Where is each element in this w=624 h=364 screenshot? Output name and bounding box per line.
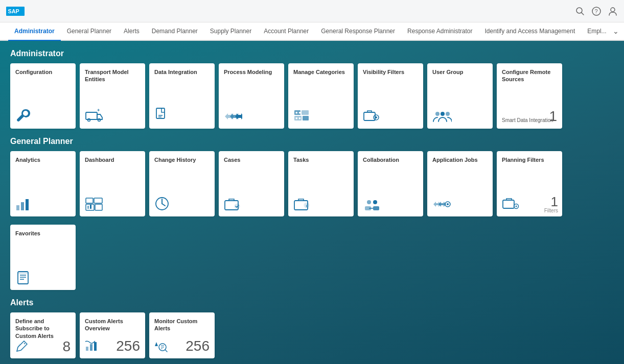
administrator-tiles: Configuration Transport Model Entities xyxy=(10,63,614,129)
nav-bar: Administrator General Planner Alerts Dem… xyxy=(0,22,624,41)
svg-point-23 xyxy=(375,116,377,118)
svg-point-9 xyxy=(88,119,90,122)
grid-icon: ■ ■ ■ ■ xyxy=(293,107,349,124)
tile-favorites[interactable]: Favorites xyxy=(10,225,76,290)
clock-icon xyxy=(154,196,210,211)
svg-point-45 xyxy=(373,200,377,204)
svg-rect-51 xyxy=(503,200,514,208)
alerts-tiles: Define and Subscribe to Custom Alerts 8 … xyxy=(10,312,614,358)
tile-process-modeling-title: Process Modeling xyxy=(224,68,279,76)
svg-point-53 xyxy=(516,206,517,207)
tile-user-group-title: User Group xyxy=(432,68,488,76)
general-planner-tiles: Analytics Dashboard xyxy=(10,151,614,216)
svg-point-44 xyxy=(367,200,371,204)
wrench-icon xyxy=(15,107,71,124)
tile-monitor-custom-alerts-title: Monitor Custom Alerts xyxy=(154,318,210,332)
nav-item-identity[interactable]: Identify and Access Management xyxy=(478,22,581,41)
svg-text:■ ■: ■ ■ xyxy=(295,111,301,114)
planning-filters-count: 1 xyxy=(551,195,558,208)
nav-item-empl[interactable]: Empl... xyxy=(581,22,612,41)
nav-item-alerts[interactable]: Alerts xyxy=(118,22,146,41)
tile-define-subscribe[interactable]: Define and Subscribe to Custom Alerts 8 xyxy=(10,312,76,358)
tile-custom-alerts-overview-title: Custom Alerts Overview xyxy=(85,318,140,332)
tile-manage-categories[interactable]: Manage Categories ■ ■ ■ ■ xyxy=(288,63,354,129)
svg-text:i: i xyxy=(306,204,307,208)
svg-rect-35 xyxy=(90,205,91,209)
general-planner-row2-tiles: Favorites xyxy=(10,225,614,290)
tile-tasks[interactable]: Tasks i xyxy=(288,151,354,216)
tile-visibility-filters-title: Visibility Filters xyxy=(363,68,418,76)
tile-change-history[interactable]: Change History xyxy=(149,151,215,216)
svg-rect-61 xyxy=(94,342,97,351)
svg-rect-28 xyxy=(21,202,24,210)
file-icon xyxy=(154,107,210,124)
svg-line-3 xyxy=(582,12,584,15)
tile-transport-title: Transport Model Entities xyxy=(85,68,140,83)
top-bar-left: SAP xyxy=(6,7,25,16)
collab-icon xyxy=(363,197,418,211)
user-icon[interactable] xyxy=(608,6,618,16)
svg-point-10 xyxy=(98,119,101,122)
tile-application-jobs[interactable]: Application Jobs xyxy=(427,151,493,216)
nav-item-supply-planner[interactable]: Supply Planner xyxy=(204,22,258,41)
svg-point-24 xyxy=(435,112,440,116)
tile-process-modeling[interactable]: Process Modeling xyxy=(219,63,284,129)
tile-planning-filters-title: Planning Filters xyxy=(502,156,557,163)
tile-collaboration[interactable]: Collaboration xyxy=(358,151,423,216)
nav-item-demand-planner[interactable]: Demand Planner xyxy=(146,22,204,41)
tile-configure-remote-count: 1 xyxy=(549,108,557,125)
svg-text:■ ■: ■ ■ xyxy=(295,116,301,120)
tile-analytics[interactable]: Analytics xyxy=(10,151,76,216)
svg-rect-59 xyxy=(86,347,88,351)
tile-custom-alerts-overview[interactable]: Custom Alerts Overview 256 xyxy=(80,312,145,358)
tile-configuration[interactable]: Configuration xyxy=(10,63,76,129)
tile-transport-model[interactable]: Transport Model Entities + xyxy=(80,63,145,129)
tile-user-group[interactable]: User Group xyxy=(427,63,493,129)
tile-planning-filters[interactable]: Planning Filters 1 Filters xyxy=(497,151,562,216)
nav-item-general-response-planner[interactable]: General Response Planner xyxy=(315,22,401,41)
tile-data-integration[interactable]: Data Integration xyxy=(149,63,215,129)
tile-monitor-custom-alerts[interactable]: Monitor Custom Alerts 256 xyxy=(149,312,215,358)
tile-monitor-custom-alerts-bottom: 256 xyxy=(154,339,210,353)
tile-analytics-title: Analytics xyxy=(15,156,71,163)
search-icon[interactable] xyxy=(575,6,585,16)
svg-rect-27 xyxy=(16,205,19,210)
tile-cases[interactable]: Cases xyxy=(219,151,284,216)
alert-search-icon xyxy=(154,340,168,352)
svg-text:+: + xyxy=(97,108,100,113)
alerts-title: Alerts xyxy=(10,298,614,307)
tile-favorites-title: Favorites xyxy=(15,230,71,237)
top-bar: SAP ? xyxy=(0,0,624,22)
alert-chart-icon xyxy=(85,341,98,352)
favorites-icon xyxy=(15,270,71,285)
nav-item-account-planner[interactable]: Account Planner xyxy=(258,22,315,41)
truck-icon: + xyxy=(85,107,140,124)
svg-point-7 xyxy=(18,119,20,121)
arrows-icon xyxy=(224,109,279,124)
administrator-section: Administrator Configuration Transport Mo… xyxy=(10,49,614,129)
tile-dashboard[interactable]: Dashboard xyxy=(80,151,145,216)
svg-line-63 xyxy=(165,350,167,352)
svg-rect-8 xyxy=(86,112,97,119)
svg-rect-30 xyxy=(86,198,93,203)
svg-rect-18 xyxy=(303,116,309,120)
tile-cases-title: Cases xyxy=(224,156,279,163)
tile-configure-remote[interactable]: Configure Remote Sources Smart Data Inte… xyxy=(497,63,562,129)
bar-chart-icon xyxy=(15,197,71,211)
tile-configure-remote-title: Configure Remote Sources xyxy=(502,68,557,83)
tile-monitor-custom-alerts-count: 256 xyxy=(186,339,210,353)
briefcase-check-icon xyxy=(224,196,279,211)
tile-dashboard-title: Dashboard xyxy=(85,156,140,163)
nav-more-icon[interactable]: ⌄ xyxy=(613,27,619,35)
nav-item-administrator[interactable]: Administrator xyxy=(8,22,61,41)
svg-text:?: ? xyxy=(595,8,598,14)
tile-visibility-filters[interactable]: Visibility Filters xyxy=(358,63,423,129)
help-icon[interactable]: ? xyxy=(591,6,602,16)
nav-item-general-planner[interactable]: General Planner xyxy=(61,22,118,41)
svg-rect-47 xyxy=(373,206,379,210)
planning-filters-label: Filters xyxy=(544,208,558,213)
sap-logo-icon: SAP xyxy=(6,7,25,16)
svg-rect-58 xyxy=(18,272,28,274)
nav-item-response-administrator[interactable]: Response Administrator xyxy=(401,22,478,41)
svg-line-38 xyxy=(162,204,165,206)
